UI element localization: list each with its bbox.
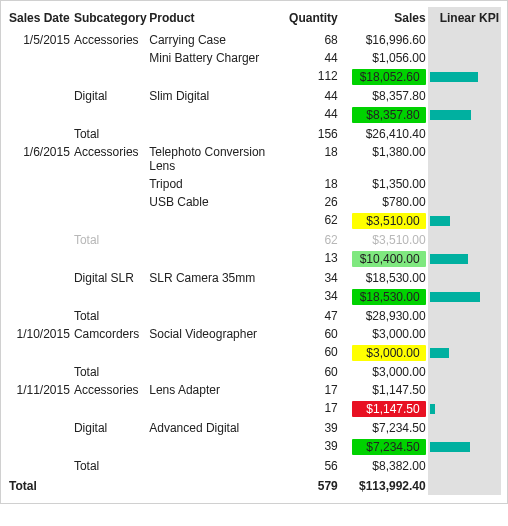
cell-sales: $8,357.80	[340, 87, 428, 105]
cell-sales: $3,000.00	[340, 343, 428, 363]
table-row[interactable]: Total60$3,000.00	[7, 363, 501, 381]
cell-sales: $18,530.00	[340, 269, 428, 287]
cell-product	[147, 343, 283, 363]
cell-product	[147, 307, 283, 325]
cell-quantity: 44	[283, 49, 340, 67]
cell-date	[7, 419, 72, 437]
cell-kpi	[428, 87, 501, 105]
cell-quantity: 13	[283, 249, 340, 269]
cell-quantity: 18	[283, 175, 340, 193]
cell-product: Social Videographer	[147, 325, 283, 343]
col-sales-date[interactable]: Sales Date	[7, 7, 72, 31]
cell-date	[7, 87, 72, 105]
cell-quantity: 17	[283, 381, 340, 399]
col-quantity[interactable]: Quantity	[283, 7, 340, 31]
cell-quantity: 39	[283, 419, 340, 437]
cell-subcategory: Total	[72, 125, 147, 143]
cell-product	[147, 363, 283, 381]
table-row[interactable]: 13$10,400.00	[7, 249, 501, 269]
kpi-bar	[430, 404, 499, 414]
cell-kpi	[428, 325, 501, 343]
cell-subcategory	[72, 437, 147, 457]
cell-sales: $26,410.40	[340, 125, 428, 143]
cell-subcategory: Accessories	[72, 143, 147, 175]
kpi-bar	[430, 292, 499, 302]
cell-sales: $780.00	[340, 193, 428, 211]
cell-quantity: 56	[283, 457, 340, 475]
table-row[interactable]: DigitalAdvanced Digital39$7,234.50	[7, 419, 501, 437]
cell-product	[147, 231, 283, 249]
cell-date: 1/6/2015	[7, 143, 72, 175]
cell-quantity: 26	[283, 193, 340, 211]
col-subcategory[interactable]: Subcategory	[72, 7, 147, 31]
sales-highlight: $3,000.00	[352, 345, 426, 361]
cell-date	[7, 49, 72, 67]
table-row[interactable]: Total62$3,510.00	[7, 231, 501, 249]
cell-sales: $18,052.60	[340, 67, 428, 87]
kpi-bar	[430, 72, 499, 82]
cell-kpi	[428, 287, 501, 307]
table-row[interactable]: 60$3,000.00	[7, 343, 501, 363]
grand-total-row: Total 579 $113,992.40	[7, 475, 501, 495]
cell-kpi	[428, 269, 501, 287]
cell-product	[147, 399, 283, 419]
cell-date	[7, 211, 72, 231]
cell-date: 1/10/2015	[7, 325, 72, 343]
cell-quantity: 60	[283, 325, 340, 343]
table-row[interactable]: Mini Battery Charger44$1,056.00	[7, 49, 501, 67]
sales-highlight: $8,357.80	[352, 107, 426, 123]
cell-kpi	[428, 31, 501, 49]
cell-subcategory: Accessories	[72, 381, 147, 399]
table-row[interactable]: 62$3,510.00	[7, 211, 501, 231]
cell-product	[147, 105, 283, 125]
cell-sales: $18,530.00	[340, 287, 428, 307]
cell-kpi	[428, 105, 501, 125]
cell-subcategory	[72, 343, 147, 363]
sales-highlight: $10,400.00	[352, 251, 426, 267]
table-row[interactable]: Total47$28,930.00	[7, 307, 501, 325]
cell-quantity: 60	[283, 343, 340, 363]
table-row[interactable]: 1/10/2015CamcordersSocial Videographer60…	[7, 325, 501, 343]
cell-sales: $3,000.00	[340, 363, 428, 381]
cell-date	[7, 175, 72, 193]
cell-subcategory: Digital SLR	[72, 269, 147, 287]
table-row[interactable]: DigitalSlim Digital44$8,357.80	[7, 87, 501, 105]
cell-sales: $28,930.00	[340, 307, 428, 325]
cell-product: Mini Battery Charger	[147, 49, 283, 67]
table-row[interactable]: 1/5/2015AccessoriesCarrying Case68$16,99…	[7, 31, 501, 49]
cell-product	[147, 437, 283, 457]
cell-kpi	[428, 193, 501, 211]
cell-product	[147, 287, 283, 307]
cell-kpi	[428, 49, 501, 67]
cell-sales: $1,380.00	[340, 143, 428, 175]
table-row[interactable]: 34$18,530.00	[7, 287, 501, 307]
table-row[interactable]: Total56$8,382.00	[7, 457, 501, 475]
matrix-visual: Sales Date Subcategory Product Quantity …	[0, 0, 508, 504]
cell-quantity: 112	[283, 67, 340, 87]
sales-highlight: $1,147.50	[352, 401, 426, 417]
col-product[interactable]: Product	[147, 7, 283, 31]
table-row[interactable]: USB Cable26$780.00	[7, 193, 501, 211]
table-row[interactable]: 1/6/2015AccessoriesTelephoto Conversion …	[7, 143, 501, 175]
grand-total-label: Total	[7, 475, 283, 495]
cell-quantity: 17	[283, 399, 340, 419]
cell-date	[7, 67, 72, 87]
cell-kpi	[428, 457, 501, 475]
cell-kpi	[428, 249, 501, 269]
table-row[interactable]: Digital SLRSLR Camera 35mm34$18,530.00	[7, 269, 501, 287]
cell-date	[7, 249, 72, 269]
cell-kpi	[428, 363, 501, 381]
table-row[interactable]: 17$1,147.50	[7, 399, 501, 419]
table-row[interactable]: 1/11/2015AccessoriesLens Adapter17$1,147…	[7, 381, 501, 399]
col-sales[interactable]: Sales	[340, 7, 428, 31]
cell-kpi	[428, 437, 501, 457]
table-row[interactable]: 112$18,052.60	[7, 67, 501, 87]
table-row[interactable]: 39$7,234.50	[7, 437, 501, 457]
table-row[interactable]: Total156$26,410.40	[7, 125, 501, 143]
table-row[interactable]: Tripod18$1,350.00	[7, 175, 501, 193]
cell-subcategory: Digital	[72, 87, 147, 105]
col-linear-kpi[interactable]: Linear KPI	[428, 7, 501, 31]
cell-sales: $8,357.80	[340, 105, 428, 125]
cell-kpi	[428, 67, 501, 87]
table-row[interactable]: 44$8,357.80	[7, 105, 501, 125]
